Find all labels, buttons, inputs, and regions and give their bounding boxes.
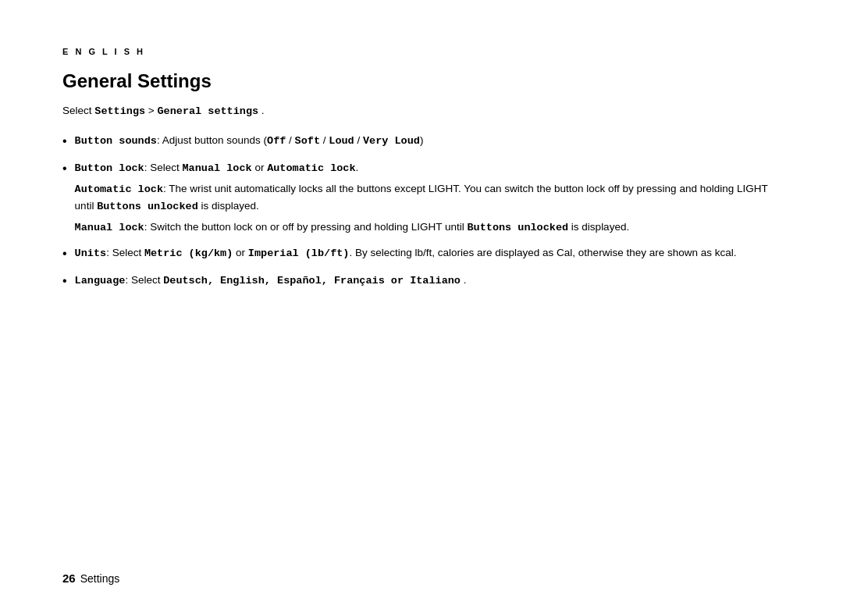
sub-term-manual: Manual lock bbox=[75, 222, 144, 233]
suffix-1: ) bbox=[420, 134, 424, 146]
option-metric: Metric (kg/km) bbox=[144, 247, 233, 259]
middle-3: or bbox=[233, 247, 248, 258]
option-soft: Soft bbox=[295, 135, 320, 147]
suffix-3: . By selecting lb/ft, calories are displ… bbox=[349, 247, 736, 258]
breadcrumb-separator: > bbox=[145, 105, 157, 116]
list-item-units: • Units: Select Metric (kg/km) or Imperi… bbox=[62, 245, 781, 263]
sub-end-manual: is displayed. bbox=[568, 221, 629, 233]
term-button-lock: Button lock bbox=[75, 162, 144, 174]
slash-3: / bbox=[354, 134, 363, 146]
breadcrumb: Select Settings > General settings . bbox=[62, 105, 781, 117]
breadcrumb-prefix: Select bbox=[62, 105, 94, 116]
separator-3: : Select bbox=[106, 247, 144, 258]
sub-bold-manual: Buttons unlocked bbox=[467, 222, 568, 233]
option-languages: Deutsch, English, Español, Français or I… bbox=[163, 275, 461, 287]
list-content-3: Units: Select Metric (kg/km) or Imperial… bbox=[75, 245, 781, 262]
sub-paragraph-manual: Manual lock: Switch the button lock on o… bbox=[75, 219, 781, 236]
term-units: Units bbox=[75, 247, 107, 259]
sub-paragraph-automatic: Automatic lock: The wrist unit automatic… bbox=[75, 181, 781, 215]
option-loud: Loud bbox=[329, 135, 354, 147]
list-content-1: Button sounds: Adjust button sounds (Off… bbox=[75, 133, 781, 149]
footer-label: Settings bbox=[80, 572, 120, 585]
breadcrumb-part2: General settings bbox=[157, 105, 258, 117]
page-container: E N G L I S H General Settings Select Se… bbox=[0, 0, 843, 616]
list-content-4: Language: Select Deutsch, English, Españ… bbox=[75, 272, 781, 289]
sub-text-manual: : Switch the button lock on or off by pr… bbox=[144, 221, 468, 233]
bullet-3: • bbox=[62, 244, 67, 263]
language-label: E N G L I S H bbox=[62, 47, 781, 56]
suffix-4: . bbox=[461, 274, 467, 286]
term-button-sounds: Button sounds bbox=[75, 135, 157, 147]
sub-end-automatic: is displayed. bbox=[198, 200, 259, 212]
separator-1: : Adjust button sounds ( bbox=[157, 134, 267, 146]
list-item-language: • Language: Select Deutsch, English, Esp… bbox=[62, 272, 781, 290]
list-item-button-lock: • Button lock: Select Manual lock or Aut… bbox=[62, 160, 781, 236]
list-item-button-sounds: • Button sounds: Adjust button sounds (O… bbox=[62, 133, 781, 151]
sub-term-automatic: Automatic lock bbox=[75, 183, 163, 195]
suffix-2: . bbox=[356, 162, 359, 173]
breadcrumb-part1: Settings bbox=[94, 105, 145, 117]
option-manual-lock: Manual lock bbox=[183, 162, 252, 174]
footer-page-number: 26 bbox=[62, 571, 76, 585]
separator-4: : Select bbox=[125, 274, 163, 286]
option-imperial: Imperial (lb/ft) bbox=[248, 247, 350, 259]
term-language: Language bbox=[75, 275, 126, 287]
sub-bold-automatic: Buttons unlocked bbox=[97, 201, 198, 212]
separator-2: : Select bbox=[144, 162, 183, 173]
bullet-2: • bbox=[62, 159, 67, 178]
page-footer: 26 Settings bbox=[62, 571, 119, 585]
option-very-loud: Very Loud bbox=[363, 135, 420, 147]
list-content-2: Button lock: Select Manual lock or Autom… bbox=[75, 160, 781, 236]
slash-1: / bbox=[286, 134, 294, 146]
breadcrumb-suffix: . bbox=[258, 105, 265, 116]
option-off: Off bbox=[267, 135, 286, 147]
slash-2: / bbox=[320, 134, 329, 146]
middle-2: or bbox=[252, 162, 268, 173]
bullet-4: • bbox=[62, 272, 67, 290]
page-title: General Settings bbox=[62, 70, 781, 92]
content-list: • Button sounds: Adjust button sounds (O… bbox=[62, 133, 781, 290]
bullet-1: • bbox=[62, 132, 67, 151]
option-automatic-lock: Automatic lock bbox=[267, 162, 355, 174]
